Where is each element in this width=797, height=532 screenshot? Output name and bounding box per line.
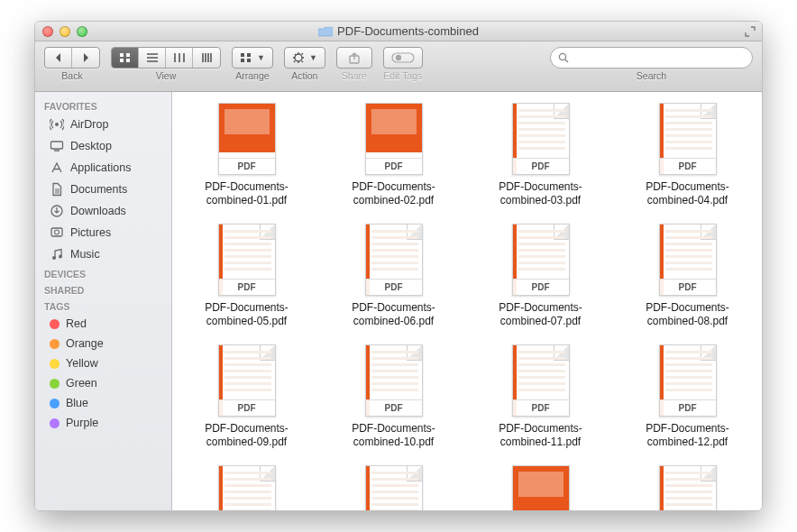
view-list-button[interactable]	[139, 48, 166, 68]
downloads-icon	[50, 204, 64, 218]
sidebar-item-music[interactable]: Music	[35, 243, 171, 265]
file-name: PDF-Documents-combined-01.pdf	[184, 180, 310, 207]
file-thumbnail: PDF	[218, 344, 276, 417]
pictures-icon	[50, 225, 64, 240]
svg-rect-4	[241, 53, 244, 57]
pdf-badge: PDF	[219, 158, 275, 174]
file-item[interactable]: PDFPDF-Documents-combined-12.pdf	[620, 344, 755, 449]
file-item[interactable]: PDFPDF-Documents-combined-04.pdf	[620, 103, 755, 207]
pdf-badge: PDF	[366, 158, 422, 174]
file-thumbnail: PDF	[512, 465, 570, 510]
toolbar-arrange-group: ▼ Arrange	[232, 47, 273, 81]
folder-icon	[318, 26, 333, 37]
svg-rect-14	[51, 142, 63, 149]
file-item[interactable]: PDF	[473, 465, 608, 510]
sidebar-item-label: Orange	[66, 337, 104, 350]
back-button[interactable]	[45, 48, 72, 68]
file-thumbnail: PDF	[659, 465, 717, 510]
file-name: PDF-Documents-combined-11.pdf	[478, 422, 604, 449]
svg-rect-5	[247, 53, 251, 57]
view-coverflow-button[interactable]	[193, 48, 220, 68]
search-input[interactable]	[574, 51, 745, 64]
tag-dot-icon	[50, 339, 60, 349]
svg-rect-2	[120, 59, 124, 62]
svg-point-17	[55, 230, 60, 234]
file-item[interactable]: PDFPDF-Documents-combined-07.pdf	[473, 224, 608, 328]
content-area[interactable]: PDFPDF-Documents-combined-01.pdfPDFPDF-D…	[172, 92, 762, 510]
toolbar-search-group: Search	[550, 47, 753, 81]
file-item[interactable]: PDFPDF-Documents-combined-08.pdf	[620, 224, 755, 328]
file-item[interactable]: PDFPDF-Documents-combined-06.pdf	[326, 224, 461, 328]
sidebar-item-documents[interactable]: Documents	[35, 179, 171, 200]
svg-rect-16	[51, 228, 62, 236]
tags-header: TAGS	[35, 298, 171, 314]
forward-button[interactable]	[72, 48, 99, 68]
share-label: Share	[342, 70, 367, 81]
chevron-down-icon: ▼	[309, 53, 317, 62]
sidebar-item-label: Documents	[70, 183, 127, 196]
file-item[interactable]: PDFPDF-Documents-combined-11.pdf	[473, 344, 608, 449]
pdf-badge: PDF	[660, 279, 716, 295]
sidebar-item-desktop[interactable]: Desktop	[35, 135, 171, 157]
file-item[interactable]: PDF	[179, 465, 314, 510]
svg-rect-0	[120, 53, 124, 57]
arrange-button[interactable]: ▼	[232, 47, 273, 69]
sidebar-item-label: Red	[66, 317, 87, 330]
arrange-label: Arrange	[235, 70, 269, 81]
sidebar-tag-orange[interactable]: Orange	[35, 334, 171, 353]
pdf-badge: PDF	[366, 279, 422, 295]
tag-dot-icon	[50, 359, 60, 369]
desktop-icon	[50, 139, 64, 153]
file-thumbnail: PDF	[659, 224, 717, 296]
file-thumbnail: PDF	[218, 224, 276, 296]
share-button[interactable]	[336, 47, 372, 69]
sidebar-tag-green[interactable]: Green	[35, 373, 171, 393]
toolbar-back-group: Back	[44, 47, 100, 81]
sidebar-item-label: Desktop	[70, 140, 112, 152]
sidebar-tag-yellow[interactable]: Yellow	[35, 353, 171, 373]
file-item[interactable]: PDFPDF-Documents-combined-02.pdf	[326, 103, 461, 207]
sidebar-item-airdrop[interactable]: AirDrop	[35, 114, 171, 135]
edit-tags-button[interactable]	[383, 47, 423, 69]
file-thumbnail: PDF	[512, 224, 570, 296]
action-button[interactable]: ▼	[284, 47, 325, 69]
file-item[interactable]: PDFPDF-Documents-combined-03.pdf	[473, 103, 608, 207]
file-item[interactable]: PDF	[620, 465, 755, 510]
sidebar-item-label: AirDrop	[70, 118, 108, 131]
fullscreen-button[interactable]	[744, 25, 756, 38]
pdf-badge: PDF	[219, 399, 275, 416]
minimize-button[interactable]	[60, 26, 70, 37]
file-thumbnail: PDF	[218, 465, 276, 510]
sidebar-tag-blue[interactable]: Blue	[35, 393, 171, 413]
file-item[interactable]: PDFPDF-Documents-combined-01.pdf	[179, 103, 314, 207]
tag-dot-icon	[50, 399, 60, 408]
favorites-header: FAVORITES	[35, 97, 171, 114]
music-icon	[50, 247, 64, 261]
sidebar-item-applications[interactable]: Applications	[35, 157, 171, 179]
sidebar-tag-red[interactable]: Red	[35, 314, 171, 334]
file-item[interactable]: PDFPDF-Documents-combined-10.pdf	[326, 344, 461, 449]
sidebar-tag-purple[interactable]: Purple	[35, 413, 171, 433]
search-field[interactable]	[550, 47, 753, 69]
sidebar-item-downloads[interactable]: Downloads	[35, 200, 171, 222]
zoom-button[interactable]	[77, 26, 87, 37]
file-item[interactable]: PDFPDF-Documents-combined-05.pdf	[179, 224, 314, 328]
sidebar-item-label: Yellow	[66, 357, 98, 370]
sidebar-item-pictures[interactable]: Pictures	[35, 222, 171, 243]
tag-dot-icon	[50, 418, 60, 428]
file-item[interactable]: PDF	[326, 465, 461, 510]
svg-rect-6	[241, 59, 244, 62]
file-thumbnail: PDF	[659, 103, 717, 175]
file-item[interactable]: PDFPDF-Documents-combined-09.pdf	[179, 344, 314, 449]
pdf-badge: PDF	[219, 279, 275, 295]
close-button[interactable]	[42, 26, 53, 37]
file-thumbnail: PDF	[365, 224, 423, 296]
svg-rect-3	[126, 59, 130, 62]
finder-body: FAVORITES AirDropDesktopApplicationsDocu…	[35, 92, 762, 510]
view-label: View	[156, 70, 177, 81]
sidebar-item-label: Purple	[66, 417, 98, 429]
tag-dot-icon	[50, 379, 60, 389]
finder-window: PDF-Documents-combined Back	[34, 21, 763, 511]
view-column-button[interactable]	[166, 48, 193, 68]
view-icon-button[interactable]	[112, 48, 139, 68]
